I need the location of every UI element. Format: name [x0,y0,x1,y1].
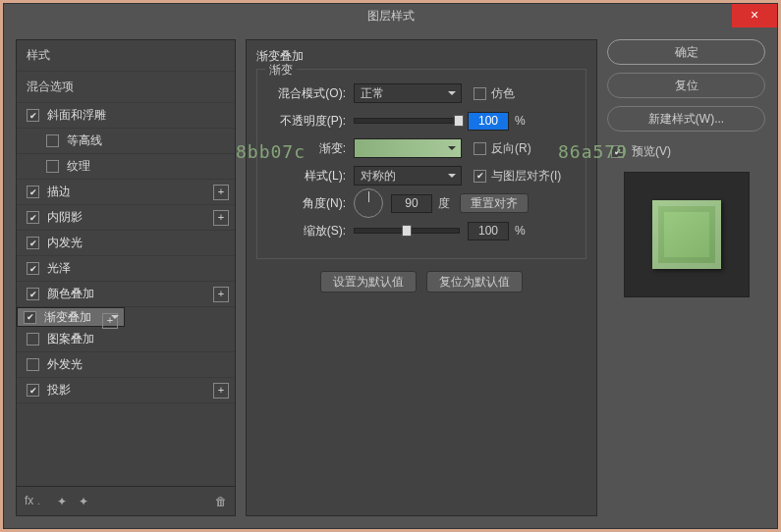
style-item-bevel[interactable]: 斜面和浮雕 [17,103,235,129]
reverse-checkbox[interactable] [474,142,486,155]
trash-icon[interactable]: 🗑 [215,495,227,508]
style-select[interactable]: 对称的 [354,166,462,186]
percent-unit: % [515,224,526,238]
titlebar[interactable]: 图层样式 × [4,4,777,27]
window-title: 图层样式 [367,9,415,23]
style-item-inner-glow[interactable]: 内发光 [17,231,235,256]
gradient-swatch[interactable] [354,138,462,158]
close-button[interactable]: × [732,4,777,27]
checkbox-icon[interactable] [27,358,39,371]
set-default-button[interactable]: 设置为默认值 [320,271,417,293]
styles-footer: fx﹒ ✦ ✦ 🗑 [17,486,235,515]
styles-panel: 样式 混合选项 斜面和浮雕 等高线 纹理 描边+ 内阴影+ 内发光 光泽 颜色叠… [16,39,236,516]
action-panel: 确定 复位 新建样式(W)... 预览(V) [607,39,765,516]
section-title: 渐变叠加 [247,48,596,69]
checkbox-icon[interactable] [27,288,39,300]
angle-input[interactable]: 90 [391,194,432,213]
blend-options-header[interactable]: 混合选项 [17,72,235,103]
angle-dial[interactable] [354,188,383,218]
slider-thumb[interactable] [454,115,464,127]
new-style-button[interactable]: 新建样式(W)... [607,106,765,132]
checkbox-icon[interactable] [27,262,39,275]
add-icon[interactable]: + [213,287,229,302]
scale-label: 缩放(S): [265,223,354,239]
reset-default-button[interactable]: 复位为默认值 [426,271,523,293]
slider-thumb[interactable] [402,225,412,237]
checkbox-icon[interactable] [27,384,39,397]
checkbox-icon[interactable] [27,237,39,249]
styles-header[interactable]: 样式 [17,40,235,72]
ok-button[interactable]: 确定 [607,39,765,65]
scale-slider[interactable] [354,228,460,234]
reset-button[interactable]: 复位 [607,73,765,98]
style-label: 样式(L): [265,168,354,185]
style-item-color-overlay[interactable]: 颜色叠加+ [17,282,235,307]
overlay-code-2: 86a579 [558,141,628,162]
checkbox-icon[interactable] [27,211,39,224]
style-item-inner-shadow[interactable]: 内阴影+ [17,205,235,231]
style-item-pattern-overlay[interactable]: 图案叠加 [17,327,235,352]
layer-style-dialog: 图层样式 × 样式 混合选项 斜面和浮雕 等高线 纹理 描边+ 内阴影+ 内发光… [3,3,778,529]
add-icon[interactable]: + [213,383,229,399]
preview-label: 预览(V) [632,143,671,160]
fieldset-legend: 渐变 [265,62,297,79]
blend-mode-select[interactable]: 正常 [354,83,462,103]
gradient-overlay-settings: 渐变叠加 渐变 混合模式(O): 正常 仿色 不透明度(P): 100 % 渐变… [246,39,597,516]
style-item-texture[interactable]: 纹理 [17,154,235,180]
preview-swatch [652,200,721,269]
style-item-gradient-overlay[interactable]: 渐变叠加+ [17,307,125,327]
style-item-satin[interactable]: 光泽 [17,256,235,282]
gradient-fieldset: 渐变 混合模式(O): 正常 仿色 不透明度(P): 100 % 渐变: [256,69,586,259]
blend-mode-label: 混合模式(O): [265,85,354,102]
align-checkbox[interactable] [474,170,486,183]
opacity-label: 不透明度(P): [265,113,354,130]
opacity-slider[interactable] [354,118,460,124]
fx-icon[interactable]: fx﹒ [25,493,45,509]
style-item-outer-glow[interactable]: 外发光 [17,352,235,378]
style-item-stroke[interactable]: 描边+ [17,180,235,205]
add-icon[interactable]: + [213,185,229,200]
up-arrow-icon[interactable]: ✦ [57,495,67,508]
checkbox-icon[interactable] [24,311,36,324]
reset-align-button[interactable]: 重置对齐 [460,193,529,213]
checkbox-icon[interactable] [27,333,39,346]
style-item-contour[interactable]: 等高线 [17,129,235,154]
percent-unit: % [515,114,526,128]
overlay-code-1: 8bb07c [236,141,306,162]
add-icon[interactable]: + [213,210,229,226]
degree-unit: 度 [438,195,450,212]
align-label: 与图层对齐(I) [491,168,561,185]
dither-label: 仿色 [491,85,515,102]
angle-label: 角度(N): [265,195,354,212]
checkbox-icon[interactable] [46,134,59,147]
dither-checkbox[interactable] [474,87,486,100]
scale-input[interactable]: 100 [468,222,509,240]
down-arrow-icon[interactable]: ✦ [79,495,88,508]
opacity-input[interactable]: 100 [468,112,509,131]
preview-box [624,172,750,297]
reverse-label: 反向(R) [491,140,531,157]
style-item-drop-shadow[interactable]: 投影+ [17,378,235,403]
checkbox-icon[interactable] [46,160,59,173]
checkbox-icon[interactable] [27,109,39,122]
checkbox-icon[interactable] [27,186,39,198]
